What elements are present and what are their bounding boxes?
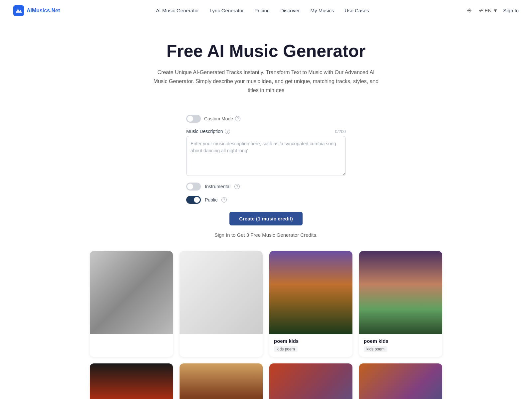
svg-point-1 (16, 11, 17, 13)
nav-use-cases[interactable]: Use Cases (344, 8, 369, 13)
logo-icon (13, 5, 24, 16)
char-count: 0/200 (335, 129, 346, 134)
nav-links: AI Music Generator Lyric Generator Prici… (156, 8, 369, 13)
sign-in-note: Sign In to Get 3 Free Music Generator Cr… (186, 232, 346, 238)
sign-in-button[interactable]: Sign In (503, 8, 519, 13)
public-label: Public (205, 197, 217, 202)
nav-lyric-gen[interactable]: Lyric Generator (210, 8, 244, 13)
desc-help-icon[interactable]: ? (225, 129, 230, 134)
nav-my-musics[interactable]: My Musics (311, 8, 334, 13)
custom-mode-row: Custom Mode ? (186, 115, 346, 123)
card-image (180, 363, 263, 399)
card-image (90, 363, 173, 399)
music-card[interactable] (180, 363, 263, 399)
create-button[interactable]: Create (1 music credit) (229, 212, 303, 225)
translate-icon: ☍ (478, 8, 483, 14)
instrumental-label: Instrumental (205, 184, 230, 189)
music-grid: poem kidskids poempoem kidskids poem (83, 251, 449, 399)
theme-toggle-button[interactable]: ☀ (465, 6, 473, 16)
language-selector[interactable]: ☍ EN ▼ (478, 8, 498, 14)
card-image (269, 363, 352, 399)
public-help-icon[interactable]: ? (221, 197, 227, 202)
description-label: Music Description ? (186, 129, 230, 134)
music-card[interactable] (269, 363, 352, 399)
card-image (359, 363, 442, 399)
music-card[interactable] (359, 363, 442, 399)
card-image (359, 251, 442, 334)
nav-right: ☀ ☍ EN ▼ Sign In (465, 6, 519, 16)
public-slider (186, 196, 201, 204)
public-row: Public ? (186, 196, 346, 204)
logo-text: AIMusics.Net (27, 8, 60, 14)
custom-mode-slider (186, 115, 201, 123)
nav-ai-music[interactable]: AI Music Generator (156, 8, 199, 13)
music-generator-form: Custom Mode ? Music Description ? 0/200 … (180, 115, 352, 238)
card-title: poem kids (364, 338, 438, 344)
hero-section: Free AI Music Generator Create Unique AI… (0, 21, 532, 105)
music-card[interactable] (180, 251, 263, 357)
chevron-down-icon: ▼ (493, 8, 498, 13)
music-description-input[interactable] (186, 136, 346, 176)
card-image (90, 251, 173, 334)
music-card[interactable] (90, 363, 173, 399)
hero-subtitle: Create Unique AI-Generated Tracks Instan… (153, 68, 379, 95)
custom-mode-toggle[interactable] (186, 115, 201, 123)
music-card[interactable]: poem kidskids poem (359, 251, 442, 357)
card-image (180, 251, 263, 334)
lang-label: EN (485, 8, 492, 13)
custom-mode-label: Custom Mode ? (204, 116, 240, 121)
card-body: poem kidskids poem (269, 334, 352, 357)
instrumental-help-icon[interactable]: ? (234, 184, 240, 189)
public-toggle[interactable] (186, 196, 201, 204)
card-tag: kids poem (364, 346, 387, 352)
instrumental-slider (186, 183, 201, 191)
hero-title: Free AI Music Generator (7, 41, 525, 61)
custom-mode-help-icon[interactable]: ? (235, 116, 240, 121)
logo-link[interactable]: AIMusics.Net (13, 5, 60, 16)
description-header: Music Description ? 0/200 (186, 129, 346, 134)
card-image (269, 251, 352, 334)
card-title: poem kids (274, 338, 348, 344)
nav-pricing[interactable]: Pricing (254, 8, 270, 13)
card-body: poem kidskids poem (359, 334, 442, 357)
instrumental-toggle[interactable] (186, 183, 201, 191)
nav-discover[interactable]: Discover (280, 8, 300, 13)
instrumental-row: Instrumental ? (186, 183, 346, 191)
music-card[interactable]: poem kidskids poem (269, 251, 352, 357)
music-card[interactable] (90, 251, 173, 357)
navbar: AIMusics.Net AI Music Generator Lyric Ge… (0, 0, 532, 21)
card-tag: kids poem (274, 346, 298, 352)
